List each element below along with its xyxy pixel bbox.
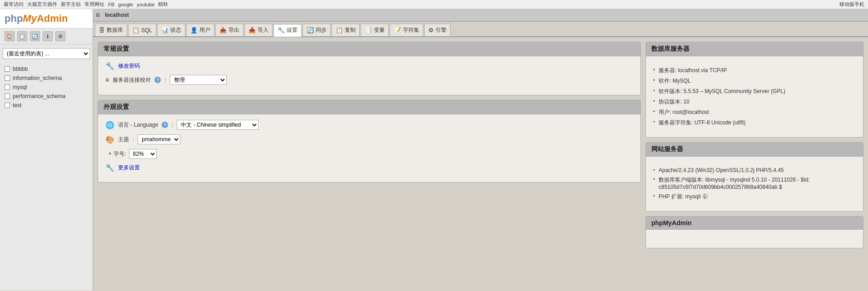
db-item-bbbbb[interactable]: bbbbb — [0, 64, 93, 74]
web-server-panel: 网站服务器 Apache/2.4.23 (Win32) OpenSSL/1.0.… — [645, 142, 863, 212]
sidebar-icons-bar: 🏠 📋 🔄 ℹ ⚙ — [0, 29, 93, 44]
bookmark-item[interactable]: 火狐官方插件 — [27, 1, 57, 8]
tab-import[interactable]: 📥 导入 — [244, 24, 273, 36]
db-checkbox[interactable] — [5, 103, 10, 108]
tab-export[interactable]: 📤 导出 — [215, 24, 243, 36]
tab-variable[interactable]: 📑 变量 — [361, 24, 389, 36]
settings-icon[interactable]: ⚙ — [55, 31, 65, 41]
bookmark-item[interactable]: 新字主站 — [61, 1, 81, 8]
top-bar-title: localhost — [101, 12, 133, 18]
db-item-test[interactable]: test — [0, 101, 93, 110]
db-name[interactable]: performance_schema — [13, 93, 65, 99]
db-checkbox[interactable] — [5, 66, 10, 72]
tab-user-label: 用户 — [199, 26, 210, 34]
db-name[interactable]: mysql — [13, 84, 27, 90]
collation-label: 服务器连接校对 — [113, 76, 151, 84]
theme-row: 🎨 主题 : pmahomme original — [105, 134, 633, 144]
more-settings-icon: 🔧 — [105, 163, 114, 172]
web-server-header: 网站服务器 — [646, 143, 863, 157]
bookmark-item[interactable]: 精秋 — [158, 1, 168, 8]
db-name[interactable]: test — [13, 102, 21, 109]
db-item-performance-schema[interactable]: performance_schema — [0, 92, 93, 101]
bookmark-item[interactable]: youtube — [137, 2, 154, 7]
db-checkbox[interactable] — [5, 84, 10, 90]
bookmark-item[interactable]: FB — [108, 2, 114, 7]
tab-engine-label: 引擎 — [436, 26, 446, 34]
language-help-icon[interactable]: ? — [162, 122, 168, 128]
change-password-row: 🔧 修改密码 — [105, 62, 633, 70]
general-settings-panel: 常规设置 🔧 修改密码 ≡ 服务器连接校对 ? : — [98, 42, 641, 95]
db-name[interactable]: bbbbb — [13, 66, 28, 72]
sync-tab-icon: 🔄 — [307, 27, 314, 34]
web-server-item: PHP 扩展: mysqli 🛈 — [653, 192, 856, 202]
settings-tab-icon: 🔧 — [278, 27, 285, 34]
tab-status-label: 状态 — [170, 26, 181, 34]
status-tab-icon: 📊 — [161, 27, 169, 34]
recent-tables-dropdown[interactable]: (最近使用的表) ... — [3, 48, 90, 59]
db-checkbox[interactable] — [5, 94, 10, 99]
change-password-link[interactable]: 修改密码 — [118, 62, 140, 70]
home-icon[interactable]: 🏠 — [5, 31, 15, 41]
main-area: 🖥 localhost 🗄 数据库 📋 SQL 📊 状态 👤 用户 📤 — [93, 9, 868, 291]
appearance-settings-body: 🌐 语言 - Language ? : 中文 - Chinese simplif… — [98, 114, 640, 182]
table-icon[interactable]: 📋 — [17, 31, 27, 41]
web-server-title: 网站服务器 — [651, 145, 683, 153]
language-select[interactable]: 中文 - Chinese simplified English — [177, 120, 258, 130]
tab-charset[interactable]: 📝 字符集 — [390, 24, 423, 36]
db-server-title: 数据库服务器 — [651, 45, 689, 52]
tab-bar: 🗄 数据库 📋 SQL 📊 状态 👤 用户 📤 导出 📥 导入 — [93, 22, 868, 37]
browser-bookmark-bar: 最常访问 火狐官方插件 新字主站 常用网址 FB google youtube … — [0, 0, 868, 9]
collation-icon: ≡ — [105, 76, 109, 84]
logo: phpMyAdmin — [0, 9, 93, 29]
phpmyadmin-panel-body — [646, 230, 863, 248]
tab-settings[interactable]: 🔧 设置 — [273, 24, 302, 37]
more-settings-link[interactable]: 更多设置 — [118, 164, 140, 172]
import-tab-icon: 📥 — [248, 27, 256, 34]
tab-variable-label: 变量 — [374, 26, 385, 34]
collation-select[interactable]: 整理 utf8_general_ci utf8_unicode_ci latin… — [170, 75, 227, 85]
engine-tab-icon: ⚙ — [428, 27, 434, 34]
db-name[interactable]: information_schema — [13, 75, 62, 81]
phpmyadmin-panel-title: phpMyAdmin — [651, 219, 692, 227]
wrench-icon: 🔧 — [105, 62, 114, 70]
tab-sql[interactable]: 📋 SQL — [128, 24, 156, 36]
db-server-body: 服务器: localhost via TCP/IP 软件: MySQL 软件版本… — [646, 56, 863, 137]
theme-select[interactable]: pmahomme original — [138, 134, 180, 144]
db-server-item: 协议版本: 10 — [653, 97, 856, 107]
tab-copy[interactable]: 📋 复制 — [332, 24, 360, 36]
general-settings-title: 常规设置 — [104, 45, 129, 52]
recent-tables-select[interactable]: (最近使用的表) ... — [3, 48, 90, 59]
db-checkbox[interactable] — [5, 75, 10, 81]
bookmark-item[interactable]: 最常访问 — [4, 1, 24, 8]
theme-label: 主题 — [118, 136, 129, 143]
more-settings-row: 🔧 更多设置 — [105, 163, 633, 172]
theme-icon: 🎨 — [105, 135, 114, 144]
content-area: 常规设置 🔧 修改密码 ≡ 服务器连接校对 ? : — [93, 37, 868, 291]
db-server-item: 服务器: localhost via TCP/IP — [653, 65, 856, 76]
db-item-mysql[interactable]: mysql — [0, 83, 93, 92]
web-server-body: Apache/2.4.23 (Win32) OpenSSL/1.0.2j PHP… — [646, 157, 863, 211]
font-size-select[interactable]: 82% 90% 100% 110% — [129, 149, 157, 159]
tab-settings-label: 设置 — [287, 26, 298, 34]
sidebar: phpMyAdmin 🏠 📋 🔄 ℹ ⚙ (最近使用的表) ... bbbbb … — [0, 9, 93, 291]
bookmark-item[interactable]: google — [118, 2, 133, 7]
tab-user[interactable]: 👤 用户 — [186, 24, 214, 36]
language-label: 语言 - Language — [118, 121, 158, 129]
charset-tab-icon: 📝 — [394, 27, 401, 34]
mobile-link[interactable]: 移动版手机 — [839, 1, 864, 8]
tab-copy-label: 复制 — [345, 26, 356, 34]
tab-database[interactable]: 🗄 数据库 — [95, 24, 127, 36]
db-item-information-schema[interactable]: information_schema — [0, 74, 93, 83]
info-icon[interactable]: ℹ — [43, 31, 53, 41]
db-server-item: 软件版本: 5.5.53 – MySQL Community Server (G… — [653, 86, 856, 97]
tab-sync[interactable]: 🔄 同步 — [303, 24, 331, 36]
tab-engine[interactable]: ⚙ 引擎 — [424, 24, 451, 36]
variable-tab-icon: 📑 — [365, 27, 372, 34]
bookmark-item[interactable]: 常用网址 — [84, 1, 104, 8]
tab-status[interactable]: 📊 状态 — [157, 24, 185, 36]
collation-help-icon[interactable]: ? — [154, 77, 161, 83]
collation-row: ≡ 服务器连接校对 ? : 整理 utf8_general_ci utf8_un… — [105, 75, 633, 85]
refresh-icon[interactable]: 🔄 — [30, 31, 40, 41]
copy-tab-icon: 📋 — [336, 27, 343, 34]
top-bar: 🖥 localhost — [93, 9, 868, 22]
